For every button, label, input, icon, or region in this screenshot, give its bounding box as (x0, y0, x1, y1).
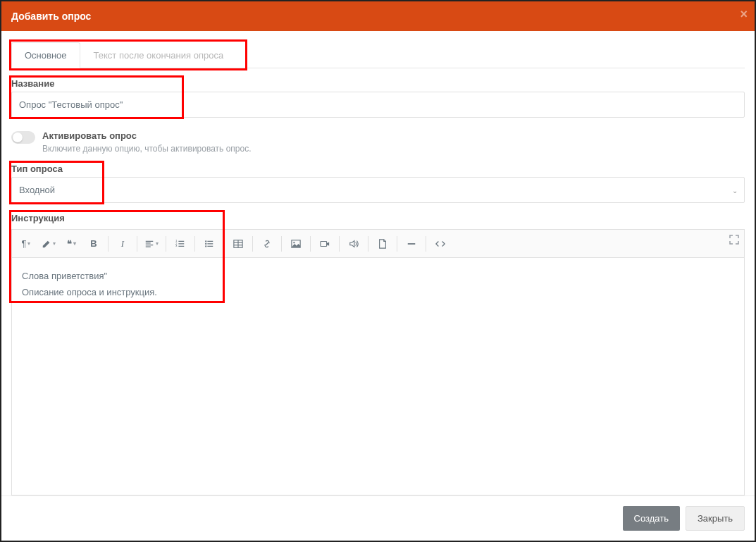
svg-point-5 (205, 245, 206, 247)
quote-icon[interactable]: ❝▾ (60, 234, 82, 254)
pencil-icon[interactable]: ▾ (37, 234, 60, 254)
type-label: Тип опроса (11, 164, 745, 174)
svg-point-11 (293, 242, 295, 243)
type-section: Тип опроса Входной ⌄ (11, 164, 745, 203)
image-icon[interactable] (285, 234, 307, 254)
name-section: Название (11, 78, 745, 118)
svg-point-4 (205, 242, 206, 244)
link-icon[interactable] (256, 234, 278, 254)
tab-after-text[interactable]: Текст после окончания опроса (80, 42, 237, 68)
add-poll-modal: Добавить опрос × Основное Текст после ок… (0, 0, 756, 542)
svg-rect-12 (321, 241, 327, 246)
audio-icon[interactable] (342, 234, 365, 254)
bold-icon[interactable]: B (82, 234, 105, 254)
table-icon[interactable] (227, 234, 249, 254)
editor-toolbar: ¶▾ ▾ ❝▾ B I ▾ 123 (12, 230, 744, 258)
modal-header: Добавить опрос × (1, 1, 755, 31)
align-icon[interactable]: ▾ (140, 234, 163, 254)
ordered-list-icon[interactable]: 123 (169, 234, 192, 254)
file-icon[interactable] (371, 234, 394, 254)
svg-point-3 (205, 240, 206, 242)
name-input[interactable] (11, 92, 745, 118)
chevron-down-icon: ⌄ (732, 186, 738, 194)
italic-icon[interactable]: I (111, 234, 134, 254)
unordered-list-icon[interactable] (198, 234, 221, 254)
name-label: Название (11, 78, 745, 89)
editor-line-1: Слова приветствия" (22, 271, 734, 281)
instruction-section: Инструкция ¶▾ ▾ ❝▾ B I ▾ (11, 213, 745, 495)
close-icon[interactable]: × (740, 7, 748, 22)
tab-main[interactable]: Основное (11, 42, 80, 68)
rich-text-editor: ¶▾ ▾ ❝▾ B I ▾ 123 (11, 229, 745, 495)
modal-body: Основное Текст после окончания опроса На… (1, 31, 755, 495)
toggle-knob (13, 133, 23, 142)
video-icon[interactable] (314, 234, 336, 254)
activate-hint: Включите данную опцию, чтобы активироват… (42, 144, 252, 154)
type-select[interactable]: Входной (11, 177, 745, 203)
hr-icon[interactable] (400, 234, 423, 254)
svg-text:3: 3 (175, 244, 178, 247)
modal-title: Добавить опрос (11, 11, 91, 22)
activate-row: Активировать опрос Включите данную опцию… (11, 130, 745, 154)
instruction-label: Инструкция (11, 213, 745, 223)
svg-rect-13 (408, 243, 416, 245)
create-button[interactable]: Создать (623, 506, 680, 531)
close-button[interactable]: Закрыть (686, 506, 745, 531)
code-icon[interactable] (429, 234, 452, 254)
expand-icon[interactable] (729, 234, 740, 247)
activate-toggle[interactable] (11, 131, 35, 144)
editor-line-2: Описание опроса и инструкция. (22, 287, 734, 297)
modal-footer: Создать Закрыть (1, 495, 755, 541)
activate-label: Активировать опрос (42, 130, 252, 141)
editor-content[interactable]: Слова приветствия" Описание опроса и инс… (12, 258, 744, 495)
paragraph-icon[interactable]: ¶▾ (15, 234, 37, 254)
tabs: Основное Текст после окончания опроса (11, 42, 745, 68)
